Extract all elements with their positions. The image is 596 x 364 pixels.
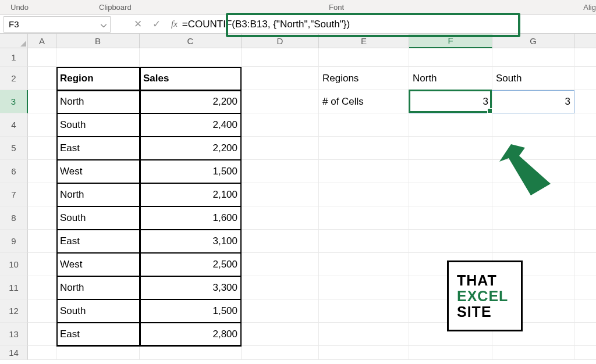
- cell-H6[interactable]: [574, 160, 596, 183]
- row-header-4[interactable]: 4: [0, 113, 28, 137]
- cell-H7[interactable]: [574, 183, 596, 206]
- table-cell-sales-9[interactable]: 3,100: [140, 230, 242, 253]
- cell-A8[interactable]: [28, 206, 56, 230]
- cell-F7[interactable]: [409, 183, 492, 206]
- col-header-A[interactable]: A: [28, 34, 56, 48]
- cell-H8[interactable]: [574, 206, 596, 230]
- table-cell-sales-12[interactable]: 1,500: [140, 299, 242, 323]
- cell-G8[interactable]: [492, 206, 574, 230]
- cell-H5[interactable]: [574, 137, 596, 160]
- col-header-C[interactable]: C: [140, 34, 242, 48]
- table-cell-region-7[interactable]: North: [56, 183, 140, 206]
- cell-B14[interactable]: [56, 346, 140, 360]
- table-cell-region-8[interactable]: South: [56, 206, 140, 230]
- cell-H9[interactable]: [574, 230, 596, 253]
- cell-D11[interactable]: [242, 276, 319, 299]
- row-header-11[interactable]: 11: [0, 276, 28, 299]
- cell-A7[interactable]: [28, 183, 56, 206]
- row-header-7[interactable]: 7: [0, 183, 28, 206]
- cell-C14[interactable]: [140, 346, 242, 360]
- cell-A9[interactable]: [28, 230, 56, 253]
- cell-C1[interactable]: [140, 48, 242, 67]
- cell-D10[interactable]: [242, 253, 319, 276]
- cell-G4[interactable]: [492, 113, 574, 137]
- cell-A6[interactable]: [28, 160, 56, 183]
- table-cell-region-12[interactable]: South: [56, 299, 140, 323]
- cell-A5[interactable]: [28, 137, 56, 160]
- row-header-3[interactable]: 3: [0, 90, 28, 113]
- col-header-D[interactable]: D: [242, 34, 319, 48]
- cell-F6[interactable]: [409, 160, 492, 183]
- cell-A3[interactable]: [28, 90, 56, 113]
- row-header-1[interactable]: 1: [0, 48, 28, 67]
- cell-E12[interactable]: [319, 299, 409, 323]
- col-header-F[interactable]: F: [409, 34, 492, 48]
- chevron-down-icon[interactable]: [101, 19, 107, 29]
- label-regions[interactable]: Regions: [319, 67, 409, 90]
- table-cell-region-10[interactable]: West: [56, 253, 140, 276]
- cell-H13[interactable]: [574, 323, 596, 346]
- table-cell-region-4[interactable]: South: [56, 113, 140, 137]
- table-cell-sales-7[interactable]: 2,100: [140, 183, 242, 206]
- table-cell-sales-4[interactable]: 2,400: [140, 113, 242, 137]
- cell-E14[interactable]: [319, 346, 409, 360]
- table-cell-sales-8[interactable]: 1,600: [140, 206, 242, 230]
- cell-H11[interactable]: [574, 276, 596, 299]
- cell-E7[interactable]: [319, 183, 409, 206]
- row-header-14[interactable]: 14: [0, 346, 28, 360]
- cell-D8[interactable]: [242, 206, 319, 230]
- table-header-sales[interactable]: Sales: [140, 67, 242, 90]
- cell-D2[interactable]: [242, 67, 319, 90]
- cell-E13[interactable]: [319, 323, 409, 346]
- table-cell-sales-11[interactable]: 3,300: [140, 276, 242, 299]
- cell-E9[interactable]: [319, 230, 409, 253]
- cell-D7[interactable]: [242, 183, 319, 206]
- cell-H10[interactable]: [574, 253, 596, 276]
- cell-E11[interactable]: [319, 276, 409, 299]
- row-header-9[interactable]: 9: [0, 230, 28, 253]
- row-header-5[interactable]: 5: [0, 137, 28, 160]
- cell-D9[interactable]: [242, 230, 319, 253]
- row-header-8[interactable]: 8: [0, 206, 28, 230]
- cell-D12[interactable]: [242, 299, 319, 323]
- table-cell-region-5[interactable]: East: [56, 137, 140, 160]
- table-cell-region-6[interactable]: West: [56, 160, 140, 183]
- results-header-north[interactable]: North: [409, 67, 492, 90]
- cell-H4[interactable]: [574, 113, 596, 137]
- table-cell-sales-5[interactable]: 2,200: [140, 137, 242, 160]
- cell-A1[interactable]: [28, 48, 56, 67]
- label-count-cells[interactable]: # of Cells: [319, 90, 409, 113]
- table-cell-sales-10[interactable]: 2,500: [140, 253, 242, 276]
- table-cell-region-13[interactable]: East: [56, 323, 140, 346]
- table-cell-sales-3[interactable]: 2,200: [140, 90, 242, 113]
- cell-A10[interactable]: [28, 253, 56, 276]
- cell-F5[interactable]: [409, 137, 492, 160]
- cell-A14[interactable]: [28, 346, 56, 360]
- cell-E8[interactable]: [319, 206, 409, 230]
- cell-F4[interactable]: [409, 113, 492, 137]
- cell-G14[interactable]: [492, 346, 574, 360]
- cell-A13[interactable]: [28, 323, 56, 346]
- select-all-corner[interactable]: [0, 34, 28, 48]
- cell-F1[interactable]: [409, 48, 492, 67]
- cell-F8[interactable]: [409, 206, 492, 230]
- table-cell-region-3[interactable]: North: [56, 90, 140, 113]
- cell-F9[interactable]: [409, 230, 492, 253]
- cell-G3-value[interactable]: 3: [492, 90, 574, 113]
- col-header-B[interactable]: B: [56, 34, 140, 48]
- cell-A4[interactable]: [28, 113, 56, 137]
- cell-D6[interactable]: [242, 160, 319, 183]
- col-header-G[interactable]: G: [492, 34, 574, 48]
- cell-A11[interactable]: [28, 276, 56, 299]
- cell-E6[interactable]: [319, 160, 409, 183]
- formula-bar-input[interactable]: [178, 16, 596, 33]
- cell-G1[interactable]: [492, 48, 574, 67]
- cancel-icon[interactable]: ✕: [134, 18, 142, 30]
- col-header-H[interactable]: H: [574, 34, 596, 48]
- cell-H1[interactable]: [574, 48, 596, 67]
- row-header-6[interactable]: 6: [0, 160, 28, 183]
- row-header-12[interactable]: 12: [0, 299, 28, 323]
- cell-E10[interactable]: [319, 253, 409, 276]
- cell-H3[interactable]: [574, 90, 596, 113]
- cell-E5[interactable]: [319, 137, 409, 160]
